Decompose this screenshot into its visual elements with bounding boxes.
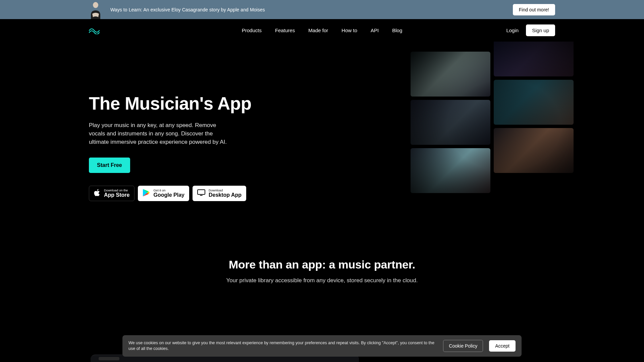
start-free-button[interactable]: Start Free: [89, 158, 130, 173]
app-store-badge[interactable]: Download on the App Store: [89, 186, 135, 201]
desktop-small: Download: [209, 189, 241, 192]
nav-blog[interactable]: Blog: [392, 27, 402, 33]
svg-rect-1: [198, 190, 205, 194]
nav-how-to[interactable]: How to: [341, 27, 357, 33]
apple-icon: [94, 189, 101, 198]
hero-copy: The Musician's App Play your music in an…: [89, 68, 253, 201]
google-play-badge[interactable]: Get it on Google Play: [138, 186, 189, 201]
cookie-policy-button[interactable]: Cookie Policy: [443, 340, 483, 352]
login-link[interactable]: Login: [506, 27, 519, 33]
cookie-accept-button[interactable]: Accept: [489, 340, 516, 352]
announcement-left: Ways to Learn: An exclusive Eloy Casagra…: [89, 0, 265, 19]
hero-image-grid: [411, 32, 574, 193]
announcement-banner: Ways to Learn: An exclusive Eloy Casagra…: [0, 0, 644, 19]
partner-title: More than an app: a music partner.: [0, 258, 644, 271]
nav-features[interactable]: Features: [275, 27, 295, 33]
hero-tile: [494, 80, 574, 125]
svg-rect-2: [200, 195, 203, 196]
hero-tile: [411, 148, 490, 193]
hero-section: The Musician's App Play your music in an…: [0, 42, 644, 201]
partner-section: More than an app: a music partner. Your …: [0, 201, 644, 284]
cookie-consent-bar: We use cookies on our website to give yo…: [122, 335, 522, 357]
google-play-small: Get it on: [153, 189, 184, 192]
partner-subtitle: Your private library accessible from any…: [0, 277, 644, 284]
primary-nav: Products Features Made for How to API Bl…: [242, 27, 402, 33]
find-out-more-button[interactable]: Find out more!: [513, 4, 555, 15]
desktop-icon: [197, 189, 205, 197]
signup-button[interactable]: Sign up: [526, 24, 555, 36]
desktop-big: Desktop App: [209, 192, 241, 198]
google-play-icon: [143, 189, 150, 198]
hero-grid-col-left: [411, 32, 490, 193]
header-right: Login Sign up: [506, 24, 555, 36]
hero-description: Play your music in any key, at any speed…: [89, 121, 233, 146]
google-play-big: Google Play: [153, 192, 184, 198]
app-store-small: Download on the: [104, 189, 129, 192]
brand-logo[interactable]: [89, 27, 100, 34]
nav-products[interactable]: Products: [242, 27, 262, 33]
hero-tile: [411, 52, 490, 97]
hero-tile: [494, 128, 574, 173]
hero-grid-col-right: [494, 32, 574, 193]
hero-title: The Musician's App: [89, 94, 253, 113]
cookie-text: We use cookies on our website to give yo…: [128, 340, 437, 352]
store-row: Download on the App Store Get it on Goog…: [89, 186, 253, 201]
hero-tile: [411, 100, 490, 145]
nav-made-for[interactable]: Made for: [308, 27, 328, 33]
announcement-avatar: [89, 0, 102, 19]
app-store-big: App Store: [104, 192, 129, 198]
announcement-text: Ways to Learn: An exclusive Eloy Casagra…: [110, 7, 265, 12]
svg-point-0: [93, 2, 98, 8]
nav-api[interactable]: API: [371, 27, 379, 33]
site-header: Products Features Made for How to API Bl…: [0, 19, 644, 42]
desktop-app-badge[interactable]: Download Desktop App: [193, 186, 246, 201]
